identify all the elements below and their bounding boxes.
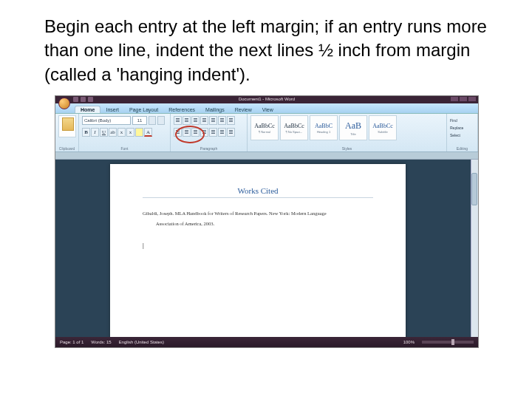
style-name: Title bbox=[350, 132, 355, 136]
grow-font-button[interactable] bbox=[149, 116, 156, 125]
vertical-scrollbar[interactable] bbox=[471, 160, 478, 337]
minimize-button[interactable] bbox=[451, 97, 458, 101]
ribbon-group-editing: Find Replace Select Editing bbox=[447, 114, 478, 151]
subscript-button[interactable]: x bbox=[117, 128, 126, 137]
ribbon-group-paragraph: Paragraph bbox=[171, 114, 248, 151]
strikethrough-button[interactable]: ab bbox=[109, 128, 117, 137]
ribbon-tabs: Home Insert Page Layout References Maili… bbox=[55, 103, 478, 114]
style-name: Subtitle bbox=[378, 130, 387, 134]
style-name: ¶ Normal bbox=[259, 130, 270, 134]
borders-button[interactable] bbox=[227, 128, 235, 137]
ribbon: Clipboard Calibri (Body) 11 B I U ab x x bbox=[55, 114, 478, 152]
style-sample: AaBbC bbox=[315, 123, 332, 129]
font-name-combo[interactable]: Calibri (Body) bbox=[82, 116, 131, 125]
superscript-button[interactable]: x bbox=[126, 128, 134, 137]
tab-review[interactable]: Review bbox=[230, 106, 257, 113]
shading-button[interactable] bbox=[218, 128, 226, 137]
shrink-font-button[interactable] bbox=[157, 116, 165, 125]
align-left-button[interactable] bbox=[174, 128, 182, 137]
status-words[interactable]: Words: 15 bbox=[91, 340, 111, 344]
select-button[interactable]: Select bbox=[450, 132, 474, 139]
ribbon-group-clipboard: Clipboard bbox=[55, 114, 79, 151]
increase-indent-button[interactable] bbox=[209, 116, 217, 125]
status-page[interactable]: Page: 1 of 1 bbox=[60, 340, 83, 344]
style-subtitle[interactable]: AaBbCc Subtitle bbox=[369, 115, 397, 140]
sort-button[interactable] bbox=[218, 116, 226, 125]
horizontal-ruler[interactable] bbox=[55, 152, 478, 160]
style-sample: AaBbCc bbox=[254, 123, 275, 129]
zoom-slider-thumb[interactable] bbox=[451, 339, 454, 345]
style-normal[interactable]: AaBbCc ¶ Normal bbox=[250, 115, 279, 140]
style-no-spacing[interactable]: AaBbCc ¶ No Spaci... bbox=[280, 115, 308, 140]
align-right-button[interactable] bbox=[191, 128, 200, 137]
multilevel-list-button[interactable] bbox=[191, 116, 200, 125]
find-button[interactable]: Find bbox=[450, 117, 474, 124]
bold-button[interactable]: B bbox=[82, 128, 90, 137]
tab-home[interactable]: Home bbox=[75, 106, 100, 113]
line-spacing-button[interactable] bbox=[209, 128, 217, 137]
statusbar: Page: 1 of 1 Words: 15 English (United S… bbox=[55, 337, 478, 347]
citation-entry: Gibaldi, Joseph. MLA Handbook for Writer… bbox=[143, 208, 373, 230]
word-app-window: Document1 - Microsoft Word Home Insert P… bbox=[55, 95, 479, 348]
document-viewport: Works Cited Gibaldi, Joseph. MLA Handboo… bbox=[55, 160, 478, 337]
window-controls bbox=[451, 97, 476, 101]
citation-line-2: Association of America, 2003. bbox=[156, 221, 214, 226]
zoom-percent[interactable]: 100% bbox=[403, 340, 415, 344]
numbering-button[interactable] bbox=[183, 116, 191, 125]
decrease-indent-button[interactable] bbox=[200, 116, 208, 125]
editing-group-label: Editing bbox=[450, 146, 474, 151]
style-heading-1[interactable]: AaBbC Heading 1 bbox=[310, 115, 338, 140]
tab-page-layout[interactable]: Page Layout bbox=[124, 106, 163, 113]
document-heading: Works Cited bbox=[143, 186, 373, 198]
text-cursor: | bbox=[143, 242, 373, 249]
underline-button[interactable]: U bbox=[100, 128, 108, 137]
style-sample: AaBbCc bbox=[372, 123, 393, 129]
justify-button[interactable] bbox=[200, 128, 208, 137]
instruction-paragraph: Begin each entry at the left margin; if … bbox=[0, 0, 532, 95]
status-language[interactable]: English (United States) bbox=[119, 340, 164, 344]
citation-line-1: Gibaldi, Joseph. MLA Handbook for Writer… bbox=[143, 211, 327, 216]
ribbon-group-font: Calibri (Body) 11 B I U ab x x A Font bbox=[79, 114, 171, 151]
style-sample: AaB bbox=[345, 120, 361, 132]
show-marks-button[interactable] bbox=[227, 116, 235, 125]
font-color-button[interactable]: A bbox=[144, 128, 152, 137]
zoom-slider[interactable] bbox=[422, 341, 474, 344]
style-name: Heading 1 bbox=[317, 130, 330, 134]
paragraph-group-label: Paragraph bbox=[174, 146, 244, 151]
styles-group-label: Styles bbox=[250, 146, 443, 151]
tab-references[interactable]: References bbox=[163, 106, 200, 113]
bullets-button[interactable] bbox=[174, 116, 182, 125]
font-size-combo[interactable]: 11 bbox=[132, 116, 147, 125]
font-group-label: Font bbox=[82, 146, 167, 151]
window-title: Document1 - Microsoft Word bbox=[55, 97, 478, 101]
tab-insert[interactable]: Insert bbox=[100, 106, 124, 113]
maximize-button[interactable] bbox=[460, 97, 467, 101]
align-center-button[interactable] bbox=[183, 128, 191, 137]
style-name: ¶ No Spaci... bbox=[286, 130, 303, 134]
italic-button[interactable]: I bbox=[91, 128, 99, 137]
clipboard-group-label: Clipboard bbox=[58, 146, 75, 151]
document-page[interactable]: Works Cited Gibaldi, Joseph. MLA Handboo… bbox=[110, 164, 406, 337]
close-button[interactable] bbox=[468, 97, 476, 101]
replace-button[interactable]: Replace bbox=[450, 124, 474, 132]
ribbon-group-styles: AaBbCc ¶ Normal AaBbCc ¶ No Spaci... AaB… bbox=[248, 114, 447, 151]
tab-mailings[interactable]: Mailings bbox=[200, 106, 230, 113]
paste-button[interactable] bbox=[58, 115, 76, 137]
style-sample: AaBbCc bbox=[284, 123, 304, 129]
text-highlight-button[interactable] bbox=[135, 128, 143, 137]
tab-view[interactable]: View bbox=[257, 106, 279, 113]
titlebar: Document1 - Microsoft Word bbox=[55, 96, 478, 103]
style-title[interactable]: AaB Title bbox=[339, 115, 367, 140]
scrollbar-thumb[interactable] bbox=[471, 173, 477, 205]
